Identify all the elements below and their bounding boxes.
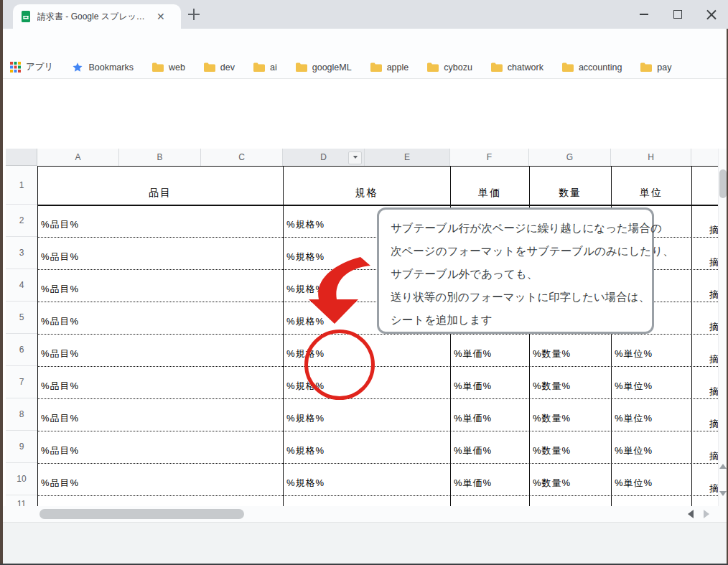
column-dropdown-icon [353,155,357,160]
cell-unit_price-row-8[interactable]: %単価% [450,398,529,431]
folder-icon [152,62,164,72]
folder-icon [253,62,265,72]
cell-item-row-6[interactable]: %品目% [37,334,283,366]
apps-grid-icon [10,62,21,73]
row-header-6[interactable]: 6 [6,334,37,366]
annotation-line: シートを追加します [391,309,652,332]
window-minimize-button[interactable] [627,0,661,29]
bookmark-label: apple [387,62,409,73]
column-header-d[interactable]: D [283,149,365,166]
bookmark-folder-pay[interactable]: pay [640,62,671,73]
bookmark-folder-cybozu[interactable]: cybozu [427,62,472,73]
new-tab-button[interactable] [188,9,200,20]
bookmark-label: ai [270,62,277,73]
row-header-1[interactable]: 1 [6,166,37,205]
row-header-5[interactable]: 5 [6,302,37,334]
scroll-up-icon[interactable] [719,460,727,469]
cell-quantity-row-8[interactable]: %数量% [529,398,611,431]
folder-icon [491,62,503,72]
cell-quantity-row-6[interactable]: %数量% [529,334,611,366]
window-maximize-button[interactable] [661,0,694,29]
vertical-scrollbar-thumb[interactable] [719,169,727,198]
cell-quantity-row-9[interactable]: %数量% [529,431,611,463]
cell-item-row-3[interactable]: %品目% [37,237,283,269]
scroll-right-icon[interactable] [704,510,714,518]
bookmark-folder-web[interactable]: web [152,62,185,73]
column-header-g[interactable]: G [529,149,611,166]
table-header-quantity[interactable]: 数量 [529,166,611,205]
apps-label: アプリ [26,61,53,73]
cell-spec-row-10[interactable]: %規格% [283,463,450,495]
cell-unit-row-9[interactable]: %単位% [611,431,691,463]
horizontal-scrollbar-thumb[interactable] [39,509,244,519]
cell-unit_price-row-10[interactable]: %単価% [450,463,529,495]
apps-shortcut[interactable]: アプリ [10,61,53,73]
cell-unit_price-row-6[interactable]: %単価% [450,334,529,366]
table-header-unit_price[interactable]: 単価 [450,166,529,205]
table-header-item[interactable]: 品目 [37,166,283,205]
table-header-unit[interactable]: 単位 [611,166,691,205]
cell-unit_price-row-7[interactable]: %単価% [450,366,529,398]
bookmarks-bar: アプリ Bookmarks webdevaigoogleMLapplecyboz… [0,56,728,79]
bookmark-label: web [169,62,185,73]
cell-item-row-2[interactable]: %品目% [37,205,283,237]
bookmarks-label: Bookmarks [88,62,134,73]
row-header-11[interactable]: 11 [6,495,37,506]
column-header-partial [691,149,718,166]
cell-item-row-5[interactable]: %品目% [37,302,283,334]
table-border-dotted [37,366,718,367]
cell-unit_price-row-9[interactable]: %単価% [450,431,529,463]
cell-item-row-10[interactable]: %品目% [37,463,283,495]
annotation-callout: サブテーブル行が次ページに繰り越しになった場合の 次ページのフォーマットをサブテ… [377,207,654,334]
row-header-3[interactable]: 3 [6,237,37,269]
cell-quantity-row-10[interactable]: %数量% [529,463,611,495]
browser-titlebar: 請求書 - Google スプレッドシート ✕ [0,0,728,29]
cell-spec-row-9[interactable]: %規格% [283,431,450,463]
select-all-corner[interactable] [6,149,37,166]
cell-item-row-4[interactable]: %品目% [37,269,283,302]
row-header-8[interactable]: 8 [6,398,37,431]
bookmark-folder-accounting[interactable]: accounting [562,62,622,73]
column-header-e[interactable]: E [365,149,450,166]
scroll-left-icon[interactable] [683,510,694,518]
row-header-7[interactable]: 7 [6,366,37,398]
row-header-2[interactable]: 2 [6,205,37,237]
bookmark-folder-googleML[interactable]: googleML [296,62,352,73]
window-close-button[interactable] [695,0,728,29]
bookmarks-folder-root[interactable]: Bookmarks [72,62,134,73]
cell-unit-row-6[interactable]: %単位% [611,334,691,366]
bookmark-folder-chatwork[interactable]: chatwork [491,62,543,73]
folder-icon [640,62,652,72]
cell-spec-row-8[interactable]: %規格% [283,398,450,431]
column-header-b[interactable]: B [119,149,201,166]
cell-item-row-8[interactable]: %品目% [37,398,283,431]
cell-quantity-row-7[interactable]: %数量% [529,366,611,398]
column-header-h[interactable]: H [611,149,691,166]
cell-unit-row-7[interactable]: %単位% [611,366,691,398]
column-header-a[interactable]: A [37,149,119,166]
cell-item-row-7[interactable]: %品目% [37,366,283,398]
browser-tab[interactable]: 請求書 - Google スプレッドシート ✕ [13,4,181,29]
cell-item-row-9[interactable]: %品目% [37,431,283,463]
bookmark-folder-apple[interactable]: apple [370,62,409,73]
column-dropdown-button[interactable] [348,151,362,164]
table-header-spec[interactable]: 規格 [283,166,450,205]
tab-title: 請求書 - Google スプレッドシート [37,11,152,23]
annotation-line: サブテーブル行が次ページに繰り越しになった場合の [391,217,652,240]
bookmark-folder-ai[interactable]: ai [253,62,277,73]
column-header-f[interactable]: F [450,149,529,166]
tab-close-icon[interactable]: ✕ [157,11,165,22]
row-header-4[interactable]: 4 [6,269,37,302]
column-header-c[interactable]: C [201,149,283,166]
row-header-10[interactable]: 10 [6,463,37,495]
row-header-9[interactable]: 9 [6,431,37,463]
bookmark-label: dev [220,62,235,73]
cell-unit-row-10[interactable]: %単位% [611,463,691,495]
cell-unit-row-8[interactable]: %単位% [611,398,691,431]
close-icon [706,9,717,19]
scroll-down-icon[interactable] [719,491,727,500]
annotation-line: サブテーブル外であっても、 [391,263,652,286]
annotation-arrow [294,251,381,334]
bookmark-folder-dev[interactable]: dev [204,62,235,73]
window-edge [0,0,3,565]
